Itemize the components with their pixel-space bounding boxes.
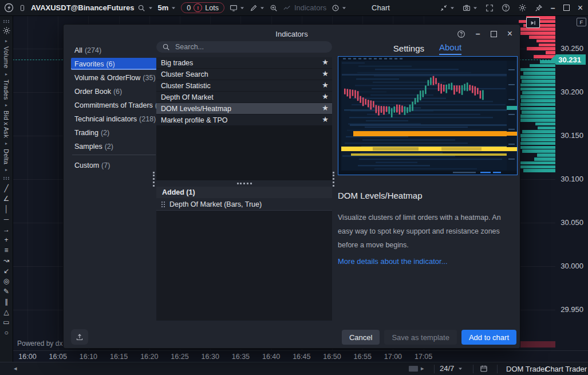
close-button[interactable]: × [578, 3, 583, 13]
splitter-handle[interactable] [156, 181, 332, 186]
indicator-big-trades[interactable]: Big trades★ [156, 57, 332, 68]
toolbar-grip-icon[interactable] [6, 177, 7, 178]
resize-button[interactable] [440, 4, 455, 12]
draw-tool-trend-line[interactable]: ╱ [4, 183, 8, 194]
indicator-depth-of-market[interactable]: Depth Of Market★ [156, 92, 332, 102]
panel-section-delta[interactable]: Delta [3, 149, 10, 164]
section-expand-icon[interactable]: ▸ [5, 167, 7, 172]
minimize-button[interactable]: – [551, 3, 555, 13]
scroll-left-arrow[interactable]: ◂ [14, 365, 17, 372]
search-box[interactable] [156, 41, 332, 53]
left-resize-grip[interactable] [153, 172, 155, 187]
add-to-chart-button[interactable]: Add to chart [461, 330, 516, 345]
draw-tool-arrow[interactable]: → [3, 224, 10, 235]
draw-tool-triangle[interactable]: △ [3, 307, 9, 317]
favorite-star-icon[interactable]: ★ [322, 115, 329, 124]
tab-about[interactable]: About [439, 42, 461, 55]
draw-button[interactable] [250, 4, 265, 12]
section-expand-icon[interactable]: ▸ [5, 38, 7, 44]
bid-depth-bar [538, 127, 555, 130]
panel-section-trades[interactable]: Trades [3, 80, 10, 100]
favorite-star-icon[interactable]: ★ [322, 104, 329, 112]
dialog-minimize-button[interactable]: – [476, 29, 480, 38]
indicator-cluster-search[interactable]: Cluster Search★ [156, 69, 332, 80]
dialog-maximize-button[interactable] [491, 31, 497, 37]
favorite-star-icon[interactable]: ★ [322, 69, 329, 78]
draw-tool-curve[interactable]: ↝ [3, 255, 9, 266]
favorite-star-icon[interactable]: ★ [322, 58, 329, 66]
time-label-16-55: 16:55 [354, 353, 372, 361]
scrollbar-thumb[interactable] [409, 366, 418, 372]
export-template-button[interactable] [71, 329, 88, 345]
section-expand-icon[interactable]: ▸ [5, 72, 7, 77]
maximize-button[interactable] [563, 5, 570, 11]
draw-tool-trend-angle[interactable]: ∠ [3, 194, 10, 204]
category-trading[interactable]: Trading(2) [71, 127, 157, 139]
watchlist-panel-icon[interactable] [19, 4, 26, 12]
draw-tool-horizontal-line[interactable]: ─ [4, 214, 9, 224]
panel-section-volume[interactable]: Volume [3, 46, 10, 69]
drag-handle-icon[interactable] [161, 202, 163, 203]
category-label: Custom [74, 161, 99, 169]
draw-tool-ellipse[interactable]: ○ [4, 327, 8, 338]
more-details-link[interactable]: More details about the indicator... [338, 257, 448, 266]
draw-tool-price-levels[interactable]: ≡ [4, 245, 8, 255]
save-as-template-button[interactable]: Save as template [384, 330, 456, 345]
category-favorites[interactable]: Favorites(6) [71, 58, 157, 70]
category-order-book[interactable]: Order Book(6) [71, 85, 157, 97]
section-expand-icon[interactable]: ▸ [5, 102, 7, 108]
time-label-16-15: 16:15 [110, 353, 128, 361]
session-selector[interactable]: 24/7 [440, 364, 463, 373]
indicator-title: DOM Levels/Heatmap [338, 191, 423, 200]
category-all[interactable]: All(274) [71, 44, 157, 56]
scroll-right-arrow[interactable]: ▸ [421, 365, 424, 372]
panel-section-bid-x-ask[interactable]: Bid x Ask [3, 110, 10, 138]
draw-tool-parallel-lines[interactable]: ∥ [5, 297, 8, 307]
draw-tool-cross-line[interactable]: + [4, 235, 8, 245]
toolbar-grip-icon[interactable] [6, 20, 7, 21]
indicator-market-profile-tpo[interactable]: Market profile & TPO★ [156, 115, 332, 125]
dialog-help-icon[interactable] [457, 30, 465, 38]
draw-tool-brush[interactable]: ✎ [3, 286, 9, 297]
screenshot-button[interactable] [463, 4, 477, 12]
favorite-star-icon[interactable]: ★ [322, 92, 329, 101]
draw-tool-extended-line[interactable]: ↙ [3, 266, 9, 276]
dialog-close-button[interactable]: × [507, 29, 512, 39]
right-resize-grip[interactable] [333, 172, 334, 187]
category-commitments-of-traders[interactable]: Commitments of Traders(4) [71, 99, 157, 111]
app-logo-icon[interactable] [4, 3, 14, 13]
gear-icon[interactable] [518, 3, 527, 12]
category-custom[interactable]: Custom(7) [71, 159, 157, 171]
search-input[interactable] [174, 42, 326, 52]
draw-tool-circle-marker[interactable]: ◎ [3, 276, 9, 286]
zoom-in-icon[interactable] [270, 4, 278, 12]
indicators-button[interactable]: Indicators [283, 3, 326, 12]
category-technical-indicators[interactable]: Technical indicators(218) [71, 113, 157, 125]
section-expand-icon[interactable]: ▸ [5, 141, 7, 146]
chart-settings-gear-icon[interactable] [2, 26, 11, 35]
tab-settings[interactable]: Settings [393, 44, 424, 55]
cancel-button[interactable]: Cancel [342, 330, 380, 345]
lots-control[interactable]: 0 ! Lots [181, 2, 224, 13]
indicator-dom-levels-heatmap[interactable]: DOM Levels/Heatmap★ [156, 103, 332, 114]
calendar-icon[interactable] [480, 365, 488, 373]
draw-tool-rectangle[interactable]: ▭ [3, 317, 9, 327]
bottom-toolbar: ◂ ▸ 24/7 DOM Trader Chart Trader [0, 362, 588, 375]
category-samples[interactable]: Samples(2) [71, 140, 157, 152]
added-item-depth-of-market-bars-true[interactable]: Depth Of Market (Bars, True) [156, 198, 332, 211]
help-icon[interactable] [502, 3, 510, 12]
symbol-selector[interactable]: AVAXUSDT@BinanceFutures [31, 3, 153, 12]
favorite-star-icon[interactable]: ★ [322, 81, 329, 89]
category-volume-orderflow[interactable]: Volume & OrderFlow(35) [71, 72, 157, 84]
timeframe-selector[interactable]: 5m [158, 3, 176, 12]
layout-button[interactable] [230, 4, 244, 12]
dom-trader-button[interactable]: DOM Trader [506, 365, 547, 373]
indicator-cluster-statistic[interactable]: Cluster Statistic★ [156, 80, 332, 91]
draw-tool-vertical-line[interactable]: │ [4, 204, 9, 214]
pin-icon[interactable] [535, 4, 543, 12]
chart-trader-button[interactable]: Chart Trader [545, 365, 587, 373]
time-axis[interactable]: 16:0016:0516:1016:1516:2016:2516:3016:35… [13, 350, 588, 362]
go-to-live-button[interactable] [526, 17, 540, 28]
fullscreen-icon[interactable] [486, 4, 494, 12]
indicator-label: Cluster Statistic [161, 82, 211, 90]
